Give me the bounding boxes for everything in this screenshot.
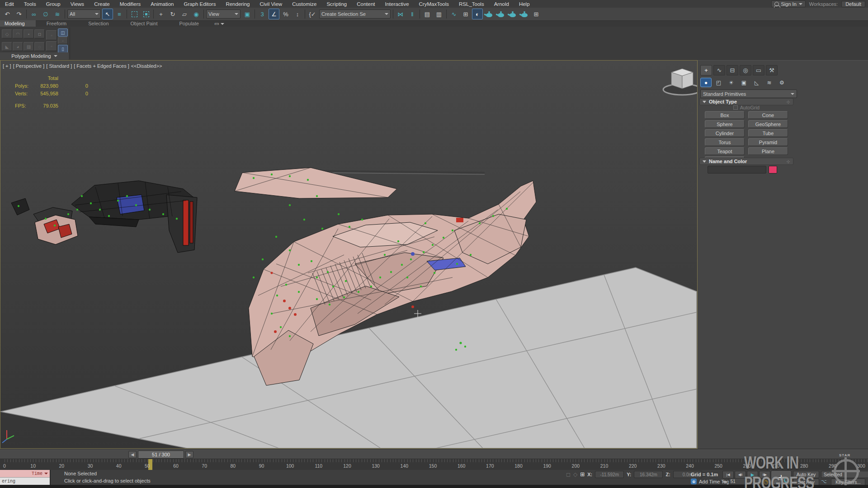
polygon-modeling-dropdown[interactable]: Polygon Modeling <box>0 52 69 60</box>
bind-spacewarp-icon[interactable]: ≋ <box>52 9 63 19</box>
ribbon-tool-button[interactable]: ◫ <box>58 28 68 37</box>
snap-toggle-icon[interactable]: 3 <box>257 9 268 19</box>
time-configuration-icon[interactable]: ◷ <box>764 479 768 485</box>
display-tab-icon[interactable]: ▭ <box>753 65 764 75</box>
sign-in-button[interactable]: Sign In <box>771 0 806 7</box>
menu-item-rendering[interactable]: Rendering <box>221 1 255 7</box>
motion-tab-icon[interactable]: ◎ <box>740 65 751 75</box>
menu-item-rsl-tools[interactable]: RSL_Tools <box>454 1 489 7</box>
align-icon[interactable]: ‖ <box>407 9 418 19</box>
ribbon-tool-button[interactable]: ◘ <box>34 29 45 38</box>
spacewarps-tab-icon[interactable]: ≋ <box>764 78 775 87</box>
primitive-button-teapot[interactable]: Teapot <box>705 147 745 155</box>
select-by-name-icon[interactable]: ≡ <box>114 9 125 19</box>
selection-set-dropdown[interactable]: Create Selection Se <box>319 9 391 19</box>
key-selection-dropdown[interactable]: Selected <box>821 471 868 478</box>
ribbon-tool-button[interactable]: ◣ <box>2 42 12 51</box>
primitive-button-cylinder[interactable]: Cylinder <box>705 129 745 137</box>
x-coordinate-field[interactable]: -11.592m <box>595 471 624 478</box>
select-rotate-icon[interactable]: ↻ <box>167 9 178 19</box>
primitive-button-box[interactable]: Box <box>705 111 745 119</box>
ribbon-tool-button[interactable]: ◌ <box>34 42 45 51</box>
menu-item-modifiers[interactable]: Modifiers <box>115 1 146 7</box>
ribbon-tab-selection[interactable]: Selection <box>77 20 119 27</box>
rendered-frame-icon[interactable] <box>495 9 506 19</box>
menu-item-interactive[interactable]: Interactive <box>380 1 414 7</box>
current-frame-field[interactable]: 51 ⇕ <box>729 478 762 485</box>
selection-lock-icon[interactable]: ◇ <box>573 471 577 478</box>
ribbon-tab-populate[interactable]: Populate <box>168 20 209 27</box>
hierarchy-tab-icon[interactable]: ⊟ <box>726 65 738 75</box>
rect-selection-region-icon[interactable] <box>129 9 140 19</box>
workspace-selector[interactable]: Default <box>841 1 865 7</box>
ribbon-minimize-button[interactable]: ▭ <box>214 21 224 27</box>
play-button[interactable]: ▶ <box>747 471 758 479</box>
absolute-mode-icon[interactable]: ⊞ <box>580 471 585 478</box>
cameras-tab-icon[interactable]: ▣ <box>738 78 750 87</box>
slider-next-button[interactable]: ▶ <box>185 451 193 458</box>
shapes-tab-icon[interactable]: ◰ <box>713 78 724 87</box>
ribbon-tab-freeform[interactable]: Freeform <box>36 20 78 27</box>
timeline-ruler[interactable]: 0102030405060708090100110120130140150160… <box>0 459 868 470</box>
ribbon-tab-object-paint[interactable]: Object Paint <box>120 20 169 27</box>
primitive-button-cone[interactable]: Cone <box>748 111 788 119</box>
select-move-icon[interactable]: + <box>156 9 166 19</box>
geometry-tab-icon[interactable]: ● <box>700 78 712 87</box>
pin-icon[interactable]: ⊹ <box>787 159 790 164</box>
frame-step-icon[interactable]: ◀▶ <box>722 480 727 483</box>
time-slider-track[interactable]: ◀ 51 / 300 ▶ <box>0 449 868 459</box>
viewport-shading-label[interactable]: [ Facets + Edged Faces ] <box>74 63 129 69</box>
listener-script-line[interactable]: ering <box>0 478 50 485</box>
menu-item-arnold[interactable]: Arnold <box>489 1 514 7</box>
select-place-icon[interactable]: ◉ <box>191 9 202 19</box>
mirror-icon[interactable]: ⋈ <box>395 9 406 19</box>
menu-item-customize[interactable]: Customize <box>287 1 321 7</box>
ribbon-tool-button[interactable]: ▫ <box>46 41 57 51</box>
ribbon-tool-button[interactable]: ▨ <box>24 42 34 51</box>
schematic-view-icon[interactable]: ⊞ <box>460 9 471 19</box>
ribbon-tool-button[interactable]: ▯ <box>58 45 68 53</box>
pin-icon[interactable]: ⊹ <box>787 99 790 104</box>
menu-item-crymaxtools[interactable]: CryMaxTools <box>414 1 454 7</box>
curve-editor-icon[interactable]: ∿ <box>448 9 459 19</box>
angle-snap-icon[interactable]: ∠ <box>269 9 279 19</box>
viewport-general-menu[interactable]: [ + ] <box>3 63 11 69</box>
primitive-button-plane[interactable]: Plane <box>748 147 788 155</box>
name-and-color-rollout[interactable]: Name and Color ⊹ <box>699 158 793 165</box>
auto-key-button[interactable]: Auto Key <box>793 471 819 478</box>
render-cloud-icon[interactable] <box>519 9 530 19</box>
modify-tab-icon[interactable]: ∿ <box>713 65 725 75</box>
layer-manager-icon[interactable]: ▤ <box>422 9 433 19</box>
autogrid-checkbox[interactable]: AutoGrid <box>698 105 795 110</box>
ribbon-tool-button[interactable]: ◇ <box>2 29 12 38</box>
scene-explorer-icon[interactable]: ▥ <box>434 9 444 19</box>
percent-snap-icon[interactable]: % <box>280 9 291 19</box>
utilities-tab-icon[interactable]: ⚒ <box>766 65 778 75</box>
viewport-pov-label[interactable]: [ Perspective ] <box>13 63 45 69</box>
material-editor-icon[interactable]: ◐ <box>472 9 483 19</box>
slider-prev-button[interactable]: ◀ <box>128 451 137 458</box>
menu-item-content[interactable]: Content <box>352 1 380 7</box>
select-object-icon[interactable]: ↖ <box>102 9 113 19</box>
unlink-icon[interactable]: ∅ <box>40 9 51 19</box>
undo-icon[interactable]: ↶ <box>2 9 13 19</box>
ribbon-tool-button[interactable]: ◕ <box>13 42 23 51</box>
ribbon-tool-button[interactable]: ◠ <box>13 29 23 38</box>
isolate-selection-icon[interactable]: ◻ <box>566 471 571 478</box>
selection-filter-dropdown[interactable]: All <box>67 9 101 19</box>
ribbon-tool-button[interactable]: ▫ <box>46 30 57 40</box>
lights-tab-icon[interactable]: ☀ <box>726 78 737 87</box>
object-name-input[interactable] <box>708 166 766 174</box>
ribbon-tab-modeling[interactable]: Modeling <box>0 20 36 27</box>
perspective-viewport[interactable]: [ + ][ Perspective ][ Standard ][ Facets… <box>0 60 698 449</box>
spinner-icon[interactable]: ⇕ <box>757 479 760 483</box>
viewport-standard-label[interactable]: [ Standard ] <box>46 63 72 69</box>
y-coordinate-field[interactable]: 16.342m <box>634 471 663 478</box>
menu-item-scripting[interactable]: Scripting <box>321 1 352 7</box>
menu-item-views[interactable]: Views <box>66 1 89 7</box>
helpers-tab-icon[interactable]: ◺ <box>751 78 762 87</box>
window-crossing-icon[interactable] <box>141 9 151 19</box>
next-frame-button[interactable]: ‖▶ <box>759 471 770 479</box>
menu-item-edit[interactable]: Edit <box>0 1 19 7</box>
go-start-button[interactable]: |◀ <box>722 471 734 479</box>
